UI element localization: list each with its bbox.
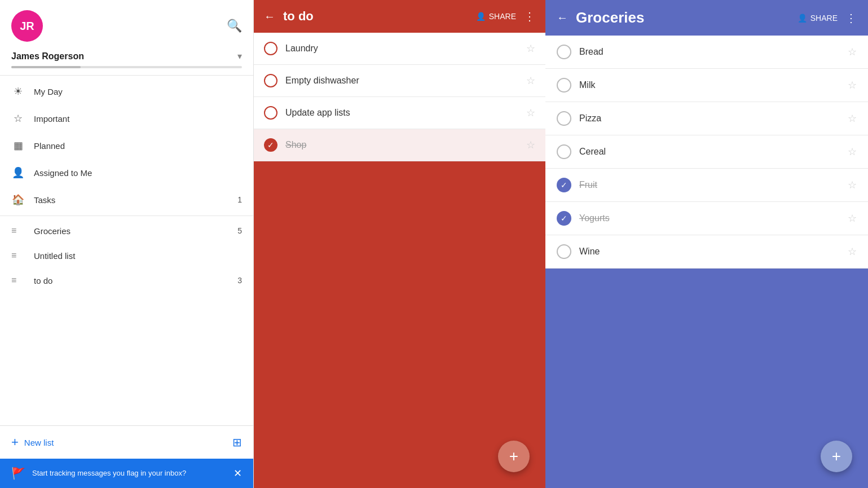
groceries-badge: 5 <box>237 226 242 235</box>
share-icon: 👤 <box>476 12 486 21</box>
grocery-item: Milk ☆ <box>545 69 868 102</box>
expand-icon[interactable]: ▾ <box>237 51 242 61</box>
task-star-button[interactable]: ☆ <box>526 107 535 119</box>
list-label: Untitled list <box>34 251 233 261</box>
sidebar-item-my-day[interactable]: ☀ My Day <box>0 78 253 105</box>
home-icon: 🏠 <box>11 194 25 206</box>
grocery-text: Wine <box>579 247 840 257</box>
new-window-icon: ⊞ <box>232 436 242 449</box>
back-button[interactable]: ← <box>264 10 275 23</box>
plus-icon: + <box>832 447 841 465</box>
calendar-icon: ▦ <box>11 139 25 152</box>
grocery-checkbox[interactable] <box>557 78 571 93</box>
nav-label: Planned <box>34 141 242 151</box>
add-grocery-button[interactable]: + <box>821 441 852 472</box>
task-item: Update app lists ☆ <box>254 97 545 129</box>
nav-label: My Day <box>34 87 242 96</box>
groceries-share-button[interactable]: 👤 SHARE <box>797 14 838 23</box>
share-icon: 👤 <box>797 14 807 23</box>
tasks-badge: 1 <box>237 195 242 204</box>
grocery-text: Milk <box>579 80 840 90</box>
sidebar-item-groceries[interactable]: ≡ Groceries 5 <box>0 218 253 243</box>
task-text: Laundry <box>285 43 518 54</box>
task-text: Shop <box>285 140 518 150</box>
grocery-item: Pizza ☆ <box>545 102 868 135</box>
todo-badge: 3 <box>237 276 242 285</box>
groceries-back-button[interactable]: ← <box>557 11 568 24</box>
grocery-star-button[interactable]: ☆ <box>848 79 857 91</box>
grocery-item-completed: ✓ Yogurts ☆ <box>545 202 868 235</box>
grocery-star-button[interactable]: ☆ <box>848 245 857 258</box>
list-icon: ≡ <box>11 226 25 236</box>
task-star-button[interactable]: ☆ <box>526 74 535 87</box>
groceries-panel: ← Groceries 👤 SHARE ⋮ Bread ☆ Milk ☆ <box>545 0 868 488</box>
grocery-checkbox[interactable]: ✓ <box>557 178 571 192</box>
search-icon: 🔍 <box>227 19 242 33</box>
grocery-checkbox[interactable] <box>557 111 571 126</box>
todo-more-button[interactable]: ⋮ <box>524 10 535 23</box>
sidebar-item-todo[interactable]: ≡ to do 3 <box>0 268 253 293</box>
sidebar-item-assigned[interactable]: 👤 Assigned to Me <box>0 159 253 186</box>
nav-label: Tasks <box>34 195 228 205</box>
sidebar-item-untitled[interactable]: ≡ Untitled list <box>0 243 253 268</box>
username: James Rogerson <box>11 51 84 61</box>
task-star-button[interactable]: ☆ <box>526 42 535 55</box>
grocery-item-completed: ✓ Fruit ☆ <box>545 169 868 202</box>
star-icon: ☆ <box>11 112 25 125</box>
sidebar-item-important[interactable]: ☆ Important <box>0 105 253 132</box>
grocery-checkbox[interactable] <box>557 45 571 59</box>
new-list-button[interactable]: + New list <box>11 435 54 450</box>
grocery-checkbox[interactable]: ✓ <box>557 211 571 226</box>
grocery-checkbox[interactable] <box>557 144 571 159</box>
groceries-title: Groceries <box>576 9 790 27</box>
new-window-button[interactable]: ⊞ <box>232 436 242 449</box>
person-icon: 👤 <box>11 166 25 179</box>
task-list: Laundry ☆ Empty dishwasher ☆ Update app … <box>254 33 545 161</box>
share-label: SHARE <box>489 12 516 21</box>
avatar[interactable]: JR <box>11 10 43 42</box>
grocery-list: Bread ☆ Milk ☆ Pizza ☆ Cereal ☆ <box>545 36 868 269</box>
user-section: James Rogerson ▾ <box>0 47 253 66</box>
list-label: Groceries <box>34 226 228 236</box>
add-task-button[interactable]: + <box>498 441 530 472</box>
task-checkbox[interactable] <box>264 42 277 55</box>
promo-close-button[interactable]: ✕ <box>233 467 242 480</box>
grocery-star-button[interactable]: ☆ <box>848 179 857 191</box>
grocery-text: Cereal <box>579 147 840 157</box>
todo-share-button[interactable]: 👤 SHARE <box>476 12 516 21</box>
grocery-star-button[interactable]: ☆ <box>848 212 857 225</box>
grocery-star-button[interactable]: ☆ <box>848 112 857 125</box>
grocery-text: Yogurts <box>579 213 840 223</box>
task-text: Update app lists <box>285 108 518 118</box>
grocery-checkbox[interactable] <box>557 244 571 259</box>
grocery-text: Pizza <box>579 113 840 124</box>
sidebar-item-tasks[interactable]: 🏠 Tasks 1 <box>0 186 253 213</box>
progress-bar-fill <box>11 66 81 68</box>
new-list-label: New list <box>24 438 54 447</box>
list-label: to do <box>34 276 228 285</box>
task-text: Empty dishwasher <box>285 76 518 86</box>
groceries-more-button[interactable]: ⋮ <box>845 11 857 25</box>
grocery-star-button[interactable]: ☆ <box>848 146 857 158</box>
share-label: SHARE <box>810 14 838 23</box>
grocery-text: Fruit <box>579 180 840 190</box>
sidebar-header: JR 🔍 <box>0 0 253 47</box>
search-button[interactable]: 🔍 <box>227 19 242 33</box>
task-item: Laundry ☆ <box>254 33 545 65</box>
sidebar: JR 🔍 James Rogerson ▾ ☀ My Day ☆ Importa… <box>0 0 254 488</box>
groceries-header: ← Groceries 👤 SHARE ⋮ <box>545 0 868 36</box>
todo-title: to do <box>283 9 468 24</box>
task-checkbox[interactable] <box>264 106 277 120</box>
divider-2 <box>0 216 253 216</box>
list-icon: ≡ <box>11 250 25 261</box>
grocery-item: Wine ☆ <box>545 235 868 269</box>
new-list-bar: + New list ⊞ <box>0 425 253 459</box>
promo-bar: 🚩 Start tracking messages you flag in yo… <box>0 459 253 488</box>
task-checkbox[interactable]: ✓ <box>264 138 277 152</box>
flag-icon: 🚩 <box>11 467 25 480</box>
task-checkbox[interactable] <box>264 74 277 87</box>
task-star-button[interactable]: ☆ <box>526 139 535 151</box>
sidebar-item-planned[interactable]: ▦ Planned <box>0 132 253 159</box>
grocery-star-button[interactable]: ☆ <box>848 46 857 58</box>
task-item-completed: ✓ Shop ☆ <box>254 129 545 161</box>
